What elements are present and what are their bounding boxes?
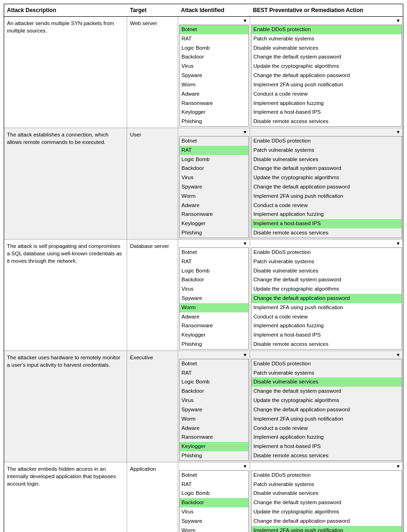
- action-list-item[interactable]: Update the cryptographic algorithms: [252, 507, 401, 517]
- attack-list-item[interactable]: Backdoor: [180, 52, 248, 62]
- action-list-item[interactable]: Enable DDoS protection: [252, 359, 401, 369]
- attack-list-item[interactable]: RAT: [180, 480, 248, 489]
- attack-list-item[interactable]: Backdoor: [180, 164, 248, 173]
- action-list-item[interactable]: Change the default system password: [252, 498, 401, 507]
- action-list-item[interactable]: Patch vulnerable systems: [252, 34, 401, 44]
- action-list-item[interactable]: Disable vulnerable services: [252, 377, 401, 387]
- action-dropdown-arrow[interactable]: ▼: [251, 18, 402, 24]
- attack-list-item[interactable]: Virus: [180, 396, 248, 405]
- attack-list-item[interactable]: RAT: [180, 257, 248, 266]
- attack-list-item[interactable]: Botnet: [180, 136, 248, 146]
- action-list-item[interactable]: Conduct a code review: [252, 312, 401, 322]
- attack-list-item[interactable]: Virus: [180, 62, 248, 71]
- attack-list-item[interactable]: Keylogger: [180, 331, 248, 340]
- action-dropdown-arrow[interactable]: ▼: [251, 129, 402, 135]
- attack-list-item[interactable]: Worm: [180, 415, 248, 424]
- attack-list-item[interactable]: Phishing: [180, 451, 248, 461]
- action-listbox[interactable]: Enable DDoS protectionPatch vulnerable s…: [251, 247, 402, 350]
- action-list-item[interactable]: Disable vulnerable services: [252, 266, 401, 276]
- action-list-item[interactable]: Change the default application password: [252, 71, 401, 80]
- attack-list-item[interactable]: Spyware: [180, 182, 248, 192]
- action-list-item[interactable]: Change the default application password: [252, 294, 401, 303]
- attack-listbox[interactable]: BotnetRATLogic BombBackdoorVirusSpywareW…: [179, 359, 249, 461]
- action-dropdown-arrow[interactable]: ▼: [251, 352, 402, 358]
- action-list-item[interactable]: Disable vulnerable services: [252, 155, 401, 164]
- action-list-item[interactable]: Conduct a code review: [252, 90, 401, 99]
- action-list-item[interactable]: Change the default application password: [252, 405, 401, 415]
- action-listbox[interactable]: Enable DDoS protectionPatch vulnerable s…: [251, 136, 402, 238]
- attack-list-item[interactable]: Logic Bomb: [180, 489, 248, 498]
- action-list-item[interactable]: Implement a host-based IPS: [252, 219, 401, 228]
- attack-list-item[interactable]: Spyware: [180, 71, 248, 80]
- action-listbox[interactable]: Enable DDoS protectionPatch vulnerable s…: [251, 470, 402, 532]
- attack-list-item[interactable]: Keylogger: [180, 442, 248, 451]
- attack-list-item[interactable]: RAT: [180, 369, 248, 378]
- attack-list-item[interactable]: Ransomware: [180, 99, 248, 108]
- attack-list-item[interactable]: Adware: [180, 424, 248, 433]
- action-list-item[interactable]: Patch vulnerable systems: [252, 369, 401, 378]
- attack-list-item[interactable]: Virus: [180, 173, 248, 182]
- attack-list-item[interactable]: Worm: [180, 526, 248, 532]
- action-list-item[interactable]: Implement application fuzzing: [252, 210, 401, 219]
- attack-listbox[interactable]: BotnetRATLogic BombBackdoorVirusSpywareW…: [179, 247, 249, 350]
- attack-dropdown-arrow[interactable]: ▼: [179, 18, 249, 24]
- action-list-item[interactable]: Implement 2FA using push notification: [252, 192, 401, 201]
- action-list-item[interactable]: Disable remote access services: [252, 340, 401, 349]
- action-list-item[interactable]: Implement 2FA using push notification: [252, 526, 401, 532]
- attack-list-item[interactable]: Adware: [180, 90, 248, 99]
- attack-list-item[interactable]: Botnet: [180, 359, 248, 369]
- attack-dropdown-arrow[interactable]: ▼: [179, 463, 249, 469]
- action-list-item[interactable]: Change the default application password: [252, 182, 401, 192]
- action-list-item[interactable]: Update the cryptographic algorithms: [252, 285, 401, 294]
- attack-list-item[interactable]: RAT: [180, 146, 248, 155]
- action-list-item[interactable]: Enable DDoS protection: [252, 136, 401, 146]
- attack-dropdown-arrow[interactable]: ▼: [179, 129, 249, 135]
- attack-list-item[interactable]: Logic Bomb: [180, 266, 248, 276]
- action-list-item[interactable]: Disable remote access services: [252, 117, 401, 126]
- action-list-item[interactable]: Update the cryptographic algorithms: [252, 173, 401, 182]
- action-listbox[interactable]: Enable DDoS protectionPatch vulnerable s…: [251, 359, 402, 461]
- attack-list-item[interactable]: Worm: [180, 192, 248, 201]
- attack-list-item[interactable]: Ransomware: [180, 321, 248, 331]
- action-list-item[interactable]: Change the default system password: [252, 387, 401, 396]
- action-list-item[interactable]: Change the default system password: [252, 275, 401, 285]
- attack-listbox[interactable]: BotnetRATLogic BombBackdoorVirusSpywareW…: [179, 136, 249, 238]
- attack-list-item[interactable]: Spyware: [180, 517, 248, 526]
- action-list-item[interactable]: Disable vulnerable services: [252, 489, 401, 498]
- attack-list-item[interactable]: Logic Bomb: [180, 44, 248, 53]
- attack-list-item[interactable]: Worm: [180, 303, 248, 312]
- action-list-item[interactable]: Enable DDoS protection: [252, 248, 401, 257]
- action-list-item[interactable]: Update the cryptographic algorithms: [252, 62, 401, 71]
- attack-list-item[interactable]: Phishing: [180, 228, 248, 238]
- attack-list-item[interactable]: Spyware: [180, 294, 248, 303]
- attack-dropdown-arrow[interactable]: ▼: [179, 240, 249, 247]
- attack-list-item[interactable]: Ransomware: [180, 433, 248, 442]
- attack-list-item[interactable]: Botnet: [180, 25, 248, 34]
- attack-list-item[interactable]: Logic Bomb: [180, 155, 248, 164]
- attack-list-item[interactable]: Logic Bomb: [180, 377, 248, 387]
- action-list-item[interactable]: Conduct a code review: [252, 201, 401, 210]
- action-list-item[interactable]: Change the default system password: [252, 52, 401, 62]
- attack-list-item[interactable]: Adware: [180, 312, 248, 322]
- action-list-item[interactable]: Implement a host-based IPS: [252, 442, 401, 451]
- action-list-item[interactable]: Change the default system password: [252, 164, 401, 173]
- attack-list-item[interactable]: Virus: [180, 507, 248, 517]
- action-list-item[interactable]: Patch vulnerable systems: [252, 480, 401, 489]
- action-dropdown-arrow[interactable]: ▼: [251, 240, 402, 247]
- action-list-item[interactable]: Disable remote access services: [252, 228, 401, 238]
- action-list-item[interactable]: Implement a host-based IPS: [252, 331, 401, 340]
- attack-list-item[interactable]: Spyware: [180, 405, 248, 415]
- action-list-item[interactable]: Implement application fuzzing: [252, 99, 401, 108]
- action-list-item[interactable]: Patch vulnerable systems: [252, 257, 401, 266]
- attack-listbox[interactable]: BotnetRATLogic BombBackdoorVirusSpywareW…: [179, 470, 249, 532]
- attack-list-item[interactable]: Worm: [180, 80, 248, 90]
- attack-list-item[interactable]: Virus: [180, 285, 248, 294]
- attack-list-item[interactable]: Adware: [180, 201, 248, 210]
- action-list-item[interactable]: Implement 2FA using push notification: [252, 80, 401, 90]
- attack-list-item[interactable]: RAT: [180, 34, 248, 44]
- attack-listbox[interactable]: BotnetRATLogic BombBackdoorVirusSpywareW…: [179, 25, 249, 127]
- attack-list-item[interactable]: Backdoor: [180, 387, 248, 396]
- action-list-item[interactable]: Change the default application password: [252, 517, 401, 526]
- action-list-item[interactable]: Enable DDoS protection: [252, 471, 401, 480]
- attack-list-item[interactable]: Ransomware: [180, 210, 248, 219]
